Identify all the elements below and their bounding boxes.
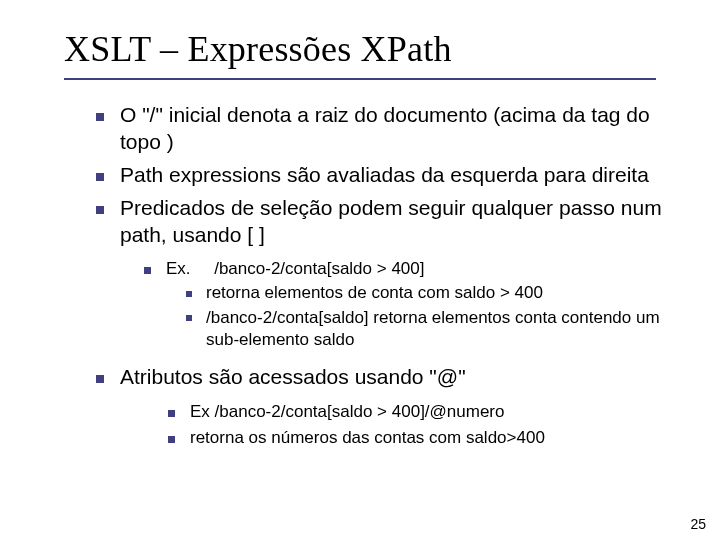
bullet-text: Atributos são acessados usando "@" bbox=[120, 365, 466, 388]
bullet-text: /banco-2/conta[saldo] retorna elementos … bbox=[206, 308, 660, 349]
bullet-item: Path expressions são avaliadas da esquer… bbox=[96, 162, 692, 189]
bullet-text: retorna elementos de conta com saldo > 4… bbox=[206, 283, 543, 302]
example-label: Ex. bbox=[166, 259, 191, 278]
slide-content: O "/" inicial denota a raiz do documento… bbox=[0, 80, 720, 449]
example-path: /banco-2/conta[saldo > 400] bbox=[214, 259, 424, 278]
bullet-list-lvl3: retorna elementos de conta com saldo > 4… bbox=[166, 282, 692, 350]
bullet-item: Predicados de seleção podem seguir qualq… bbox=[96, 195, 692, 351]
bullet-text: retorna os números das contas com saldo>… bbox=[190, 428, 545, 447]
slide: XSLT – Expressões XPath O "/" inicial de… bbox=[0, 0, 720, 540]
bullet-text: Ex /banco-2/conta[saldo > 400]/@numero bbox=[190, 402, 504, 421]
bullet-item: retorna os números das contas com saldo>… bbox=[168, 427, 692, 449]
bullet-item: /banco-2/conta[saldo] retorna elementos … bbox=[186, 307, 692, 351]
bullet-list-lvl2: Ex /banco-2/conta[saldo > 400]/@numero r… bbox=[120, 401, 692, 449]
bullet-item: O "/" inicial denota a raiz do documento… bbox=[96, 102, 692, 156]
slide-title: XSLT – Expressões XPath bbox=[0, 0, 720, 76]
bullet-item: retorna elementos de conta com saldo > 4… bbox=[186, 282, 692, 304]
bullet-text: Predicados de seleção podem seguir qualq… bbox=[120, 196, 662, 246]
bullet-item: Atributos são acessados usando "@" Ex /b… bbox=[96, 364, 692, 448]
bullet-item: Ex. /banco-2/conta[saldo > 400] retorna … bbox=[144, 258, 692, 350]
bullet-text: Path expressions são avaliadas da esquer… bbox=[120, 163, 649, 186]
bullet-item: Ex /banco-2/conta[saldo > 400]/@numero bbox=[168, 401, 692, 423]
bullet-list-lvl1: O "/" inicial denota a raiz do documento… bbox=[96, 102, 692, 449]
bullet-list-lvl2: Ex. /banco-2/conta[saldo > 400] retorna … bbox=[120, 258, 692, 350]
page-number: 25 bbox=[690, 516, 706, 532]
bullet-text: O "/" inicial denota a raiz do documento… bbox=[120, 103, 650, 153]
